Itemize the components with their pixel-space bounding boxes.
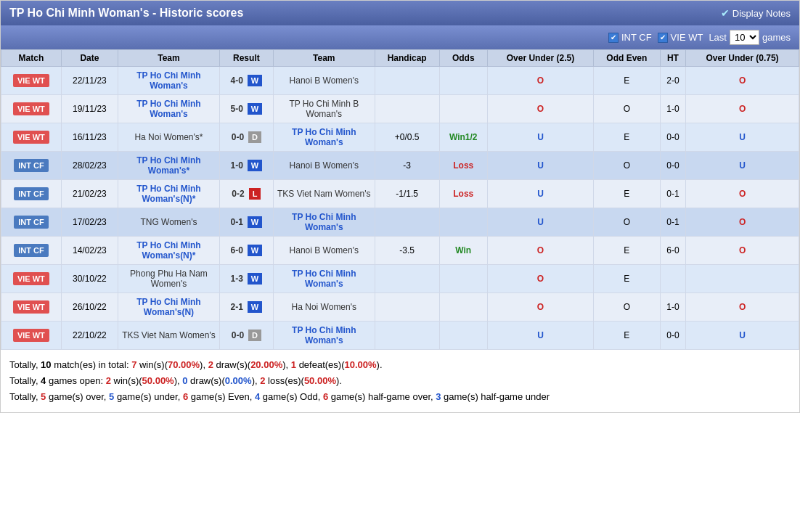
team1-link[interactable]: TP Ho Chi Minh Woman's(N)* [136,184,200,204]
ht-cell: 1-0 [660,293,685,322]
match-date: 21/02/23 [61,180,118,208]
team2-link[interactable]: TP Ho Chi Minh Woman's [292,212,356,232]
team1-link[interactable]: TP Ho Chi Minh Woman's [136,99,200,119]
over-under-25-cell: U [487,180,593,208]
match-date: 16/11/23 [61,123,118,152]
team2-cell[interactable]: TP Ho Chi Minh Woman's [273,208,375,237]
summary-line: Totally, 10 match(es) in total: 7 win(s)… [9,357,791,373]
over-under-075-cell: U [686,123,799,152]
ht-cell: 0-0 [660,123,685,152]
over-under-25-cell: O [487,95,593,123]
col-odd-even: Odd Even [594,50,661,67]
table-row: VIE WT16/11/23Ha Noi Women's*0-0DTP Ho C… [1,123,799,152]
team2-cell[interactable]: TP Ho Chi Minh Woman's [273,322,375,350]
col-result: Result [219,50,273,67]
team1-cell[interactable]: TP Ho Chi Minh Woman's [118,67,219,95]
result-cell: 0-0D [219,322,273,350]
team1-cell[interactable]: TP Ho Chi Minh Woman's(N)* [118,237,219,265]
odds-cell: Win1/2 [439,123,487,152]
handicap-cell [375,95,439,123]
result-cell: 6-0W [219,237,273,265]
over-under-075-cell: O [686,293,799,322]
team2-link[interactable]: TP Ho Chi Minh Woman's [292,127,356,147]
team1-cell: TKS Viet Nam Women's [118,322,219,350]
team1-cell[interactable]: TP Ho Chi Minh Woman's* [118,152,219,180]
table-row: VIE WT22/11/23TP Ho Chi Minh Woman's4-0W… [1,67,799,95]
page-header: TP Ho Chi Minh Woman's - Historic scores… [1,1,799,25]
result-score: 1-3 [231,274,243,284]
odds-cell: Loss [439,180,487,208]
match-date: 30/10/22 [61,265,118,293]
result-cell: 0-2L [219,180,273,208]
games-select[interactable]: 10 20 30 [730,30,759,45]
team2-link[interactable]: TP Ho Chi Minh Woman's [292,269,356,289]
vie-wt-checkbox[interactable]: ✔ [658,33,668,43]
team1-link[interactable]: TP Ho Chi Minh Woman's(N) [136,297,200,317]
handicap-cell [375,67,439,95]
page-title: TP Ho Chi Minh Woman's - Historic scores [9,7,243,20]
match-badge-cell: VIE WT [1,95,62,123]
odds-cell [439,322,487,350]
result-score: 0-1 [231,217,243,227]
table-row: VIE WT26/10/22TP Ho Chi Minh Woman's(N)2… [1,293,799,322]
team2-cell[interactable]: TP Ho Chi Minh Woman's [273,123,375,152]
match-badge-cell: VIE WT [1,123,62,152]
result-score: 4-0 [231,75,243,86]
team2-link[interactable]: TP Ho Chi Minh Woman's [292,325,356,345]
over-under-075-cell [686,265,799,293]
handicap-cell [375,208,439,237]
team1-cell: Ha Noi Women's* [118,123,219,152]
int-cf-filter[interactable]: ✔ INT CF [608,32,652,43]
team2-cell: Hanoi B Women's [273,152,375,180]
team2-cell[interactable]: TP Ho Chi Minh Woman's [273,265,375,293]
match-badge: INT CF [14,159,48,172]
match-date: 26/10/22 [61,293,118,322]
match-badge-cell: INT CF [1,152,62,180]
over-under-25-cell: U [487,152,593,180]
ht-cell [660,265,685,293]
team1-link[interactable]: TP Ho Chi Minh Woman's* [136,155,200,176]
odd-even-cell: E [594,322,661,350]
odds-cell [439,95,487,123]
handicap-cell [375,265,439,293]
match-badge: VIE WT [13,102,49,115]
over-under-25-cell: O [487,265,593,293]
col-ht: HT [660,50,685,67]
match-badge-cell: VIE WT [1,67,62,95]
result-outcome: W [248,103,262,115]
display-notes-label: Display Notes [732,8,791,19]
vie-wt-filter[interactable]: ✔ VIE WT [658,32,703,43]
result-cell: 4-0W [219,67,273,95]
team1-link[interactable]: TP Ho Chi Minh Woman's(N)* [136,240,200,261]
team2-cell: Ha Noi Women's [273,293,375,322]
result-cell: 5-0W [219,95,273,123]
int-cf-checkbox[interactable]: ✔ [608,33,619,43]
match-badge: VIE WT [13,300,49,314]
result-score: 2-1 [231,302,243,312]
header-right: ✔ Display Notes [721,7,791,19]
result-outcome: D [248,330,261,341]
over-under-25-cell: U [487,123,593,152]
over-under-25-cell: U [487,208,593,237]
handicap-cell: -3.5 [375,237,439,265]
summary-line: Totally, 4 games open: 2 win(s)(50.00%),… [9,373,791,389]
match-badge: INT CF [14,244,48,257]
team1-cell[interactable]: TP Ho Chi Minh Woman's(N)* [118,180,219,208]
odds-cell: Loss [439,152,487,180]
match-badge: VIE WT [13,74,49,87]
ht-cell: 0-1 [660,208,685,237]
result-cell: 0-1W [219,208,273,237]
team1-cell[interactable]: TP Ho Chi Minh Woman's [118,95,219,123]
team1-cell[interactable]: TP Ho Chi Minh Woman's(N) [118,293,219,322]
col-over-under-25: Over Under (2.5) [487,50,593,67]
match-date: 28/02/23 [61,152,118,180]
over-under-25-cell: O [487,293,593,322]
result-score: 0-0 [232,132,244,142]
team1-link[interactable]: TP Ho Chi Minh Woman's [136,70,200,91]
vie-wt-label: VIE WT [671,32,703,43]
col-handicap: Handicap [375,50,439,67]
team1-cell: Phong Phu Ha Nam Women's [118,265,219,293]
table-row: INT CF17/02/23TNG Women's0-1WTP Ho Chi M… [1,208,799,237]
handicap-cell [375,293,439,322]
display-notes-control[interactable]: ✔ Display Notes [721,7,791,19]
